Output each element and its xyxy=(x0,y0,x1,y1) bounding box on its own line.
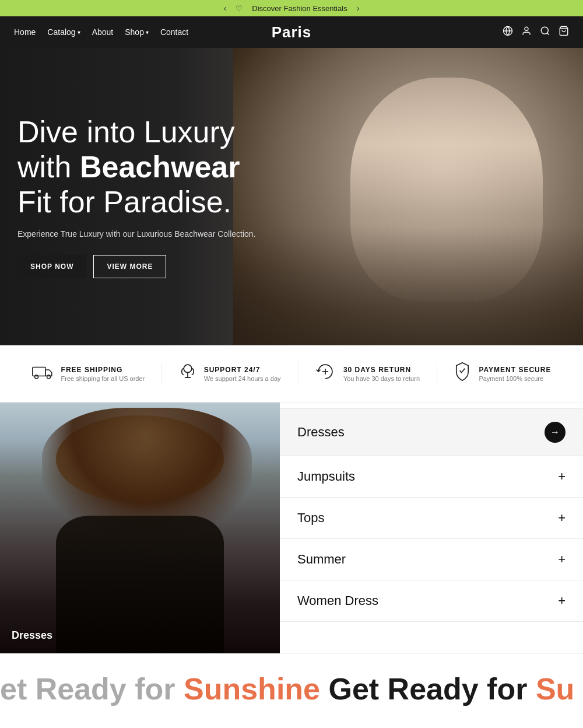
marquee-text-3: Get Ready for xyxy=(320,671,536,706)
divider-2 xyxy=(298,362,298,386)
jumpsuits-plus: + xyxy=(558,469,566,484)
category-image: Dresses xyxy=(0,402,280,653)
feature-payment-text: PAYMENT SECURE Payment 100% secure xyxy=(479,366,551,382)
return-icon xyxy=(315,363,335,384)
divider-3 xyxy=(437,362,437,386)
category-row-dresses[interactable]: Dresses → xyxy=(280,408,583,456)
catalog-dropdown-arrow: ▾ xyxy=(78,29,80,36)
marquee-text-2: Sunshine xyxy=(184,671,320,706)
nav-shop[interactable]: Shop ▾ xyxy=(125,27,149,37)
tops-plus: + xyxy=(558,510,566,526)
nav-catalog[interactable]: Catalog ▾ xyxy=(47,27,80,37)
hero-subtitle: Experience True Luxury with our Luxuriou… xyxy=(17,229,256,239)
feature-return: 30 DAYS RETURN You have 30 days to retur… xyxy=(315,363,420,384)
svg-point-9 xyxy=(184,365,192,373)
marquee-text-4: Su xyxy=(536,671,574,706)
announcement-text: Discover Fashion Essentials xyxy=(252,4,347,13)
image-category-label: Dresses xyxy=(12,629,52,642)
feature-payment: PAYMENT SECURE Payment 100% secure xyxy=(454,362,551,386)
features-bar: FREE SHIPPING Free shipping for all US o… xyxy=(0,345,583,402)
marquee-section: et Ready for Sunshine Get Ready for Su xyxy=(0,653,583,724)
category-label-dresses: Dresses xyxy=(297,425,345,440)
category-row-tops[interactable]: Tops + xyxy=(280,498,583,539)
hero-title-line3: Fit for Paradise. xyxy=(17,185,231,219)
nav-contact[interactable]: Contact xyxy=(160,27,188,37)
prev-arrow[interactable]: ‹ xyxy=(224,4,227,13)
summer-plus: + xyxy=(558,552,566,567)
category-label-jumpsuits: Jumpsuits xyxy=(297,469,355,484)
announcement-bar: ‹ ♡ Discover Fashion Essentials › xyxy=(0,0,583,16)
category-row-summer[interactable]: Summer + xyxy=(280,539,583,580)
svg-point-2 xyxy=(525,27,528,30)
shop-dropdown-arrow: ▾ xyxy=(146,29,149,36)
shipping-icon xyxy=(32,363,53,384)
hero-content: Dive into Luxury with Beachwear Fit for … xyxy=(0,115,273,278)
marquee-track: et Ready for Sunshine Get Ready for Su xyxy=(0,671,583,706)
nav-home[interactable]: Home xyxy=(14,27,36,37)
category-row-women-dress[interactable]: Women Dress + xyxy=(280,580,583,622)
view-more-button[interactable]: VIEW MORE xyxy=(93,255,166,278)
women-dress-plus: + xyxy=(558,593,566,608)
category-row-jumpsuits[interactable]: Jumpsuits + xyxy=(280,456,583,498)
category-label-tops: Tops xyxy=(297,510,324,526)
site-header: Home Catalog ▾ About Shop ▾ Contact Pari… xyxy=(0,16,583,48)
shop-now-button[interactable]: SHOP NOW xyxy=(17,255,86,278)
category-list: Dresses → Jumpsuits + Tops + Summer + Wo… xyxy=(280,402,583,653)
feature-shipping-text: FREE SHIPPING Free shipping for all US o… xyxy=(61,366,145,382)
woman-image xyxy=(0,402,280,653)
payment-icon xyxy=(454,362,470,386)
nav-about[interactable]: About xyxy=(92,27,114,37)
hero-title-line1: Dive into Luxury xyxy=(17,115,235,149)
next-arrow[interactable]: › xyxy=(357,4,360,13)
divider-1 xyxy=(161,362,162,386)
category-label-summer: Summer xyxy=(297,552,346,567)
svg-rect-6 xyxy=(32,368,45,376)
category-label-women-dress: Women Dress xyxy=(297,593,378,608)
svg-point-3 xyxy=(541,27,548,34)
category-section: Dresses Dresses → Jumpsuits + Tops + Sum… xyxy=(0,402,583,653)
svg-line-4 xyxy=(547,33,549,34)
nav-left: Home Catalog ▾ About Shop ▾ Contact xyxy=(14,27,188,37)
hero-title-line2: with Beachwear xyxy=(17,150,240,184)
feature-shipping: FREE SHIPPING Free shipping for all US o… xyxy=(32,363,145,384)
globe-icon[interactable] xyxy=(503,26,513,39)
hero-buttons: SHOP NOW VIEW MORE xyxy=(17,255,256,278)
nav-right xyxy=(503,26,569,39)
hero-title: Dive into Luxury with Beachwear Fit for … xyxy=(17,115,256,219)
feature-return-text: 30 DAYS RETURN You have 30 days to retur… xyxy=(343,366,420,382)
user-icon[interactable] xyxy=(521,26,532,39)
support-icon xyxy=(180,362,196,386)
search-icon[interactable] xyxy=(540,26,550,39)
hero-section: Dive into Luxury with Beachwear Fit for … xyxy=(0,48,583,345)
feature-support-text: SUPPORT 24/7 We support 24 hours a day xyxy=(204,366,281,382)
feature-support: SUPPORT 24/7 We support 24 hours a day xyxy=(180,362,281,386)
marquee-text-1: et Ready for xyxy=(0,671,184,706)
site-logo[interactable]: Paris xyxy=(272,23,312,41)
dresses-arrow: → xyxy=(545,422,566,443)
heart-icon: ♡ xyxy=(236,4,243,13)
cart-icon[interactable] xyxy=(559,26,569,39)
